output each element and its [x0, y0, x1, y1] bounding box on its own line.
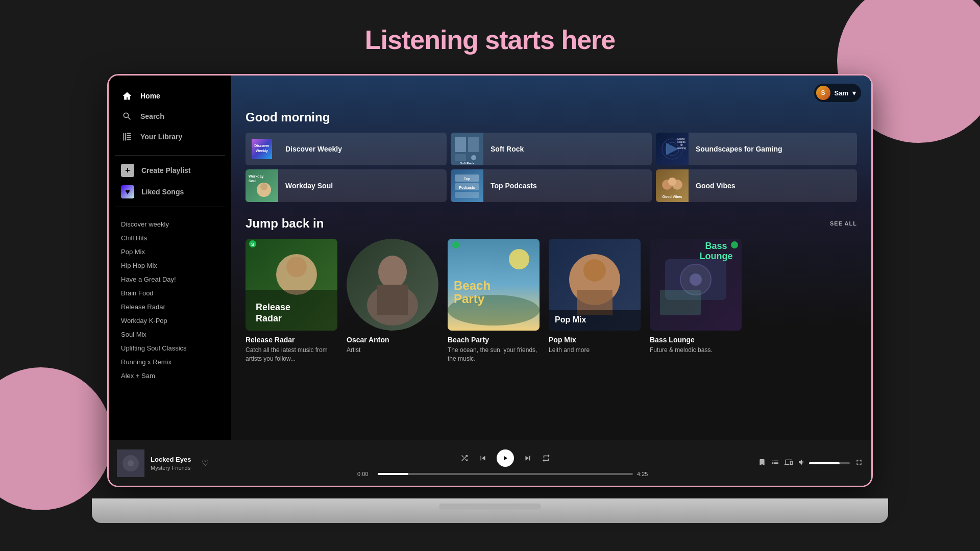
- volume-track[interactable]: [809, 462, 850, 464]
- playlist-item[interactable]: Chill Hits: [115, 231, 225, 245]
- card-beach-party[interactable]: Beach Party Beach Party The ocean, the s…: [448, 239, 540, 363]
- svg-rect-12: [455, 154, 466, 161]
- progress-fill: [378, 473, 408, 475]
- quick-play-good-vibes[interactable]: Good Vibes Good Vibes: [656, 169, 857, 202]
- fullscreen-button[interactable]: [855, 458, 863, 468]
- bass-lounge-subtitle: Future & melodic bass.: [650, 346, 742, 355]
- svg-text:Gaming: Gaming: [677, 146, 686, 149]
- svg-text:Pop Mix: Pop Mix: [555, 315, 586, 324]
- sidebar-divider-2: [115, 207, 225, 207]
- playlist-item[interactable]: Workday K-Pop: [115, 314, 225, 328]
- page-headline: Listening starts here: [365, 24, 615, 55]
- progress-track[interactable]: [378, 473, 633, 475]
- library-icon: [121, 131, 133, 143]
- svg-rect-11: [468, 137, 479, 152]
- oscar-anton-thumb: [347, 239, 438, 331]
- liked-songs-action[interactable]: ♥ Liked Songs: [109, 181, 231, 203]
- card-oscar-anton[interactable]: Oscar Anton Artist: [347, 239, 438, 363]
- home-label: Home: [140, 92, 160, 100]
- queue-button[interactable]: [771, 458, 779, 468]
- playlist-item[interactable]: Running x Remix: [115, 355, 225, 369]
- playlist-item[interactable]: Hip Hop Mix: [115, 259, 225, 272]
- quick-play-top-podcasts[interactable]: Top Podcasts Top Podcasts: [451, 169, 652, 202]
- laptop-container: Home Search: [107, 74, 873, 523]
- spotify-app: Home Search: [109, 76, 871, 486]
- sidebar-item-search[interactable]: Search: [115, 106, 225, 127]
- soft-rock-label: Soft Rock: [483, 145, 531, 153]
- quick-play-grid: Discover Weekly Discover Weekly: [246, 133, 857, 202]
- svg-text:Soul: Soul: [249, 179, 256, 183]
- soft-rock-thumb: Soft Rock: [451, 133, 483, 165]
- beach-party-title: Beach Party: [448, 336, 540, 344]
- cards-row: Release Radar S Release Radar Catch all …: [246, 239, 857, 363]
- card-pop-mix[interactable]: Pop Mix Pop Mix Leith and more: [549, 239, 641, 363]
- player-controls: 0:00 4:25: [260, 449, 751, 477]
- sidebar-item-library[interactable]: Your Library: [115, 127, 225, 147]
- next-button[interactable]: [523, 454, 532, 463]
- laptop-base: [92, 498, 888, 523]
- sidebar-divider-1: [115, 155, 225, 156]
- volume-container: [798, 458, 850, 468]
- user-button[interactable]: S Sam ▾: [814, 84, 861, 102]
- now-playing-button[interactable]: [758, 458, 766, 468]
- shuffle-button[interactable]: [460, 454, 469, 463]
- see-all-button[interactable]: SEE ALL: [830, 220, 857, 227]
- release-radar-thumb: Release Radar S: [246, 239, 337, 331]
- playlist-item[interactable]: Alex + Sam: [115, 369, 225, 383]
- svg-rect-68: [660, 290, 701, 315]
- quick-play-soundscapes[interactable]: Sound- scapes for Gaming Soundscapes for…: [656, 133, 857, 165]
- playlist-item[interactable]: Release Radar: [115, 300, 225, 314]
- oscar-anton-title: Oscar Anton: [347, 336, 438, 344]
- quick-play-soft-rock[interactable]: Soft Rock Soft Rock: [451, 133, 652, 165]
- playlist-item[interactable]: Have a Great Day!: [115, 272, 225, 286]
- svg-text:Beach: Beach: [454, 279, 491, 292]
- svg-point-71: [731, 241, 738, 248]
- devices-button[interactable]: [785, 458, 793, 468]
- playlist-item[interactable]: Uplifting Soul Classics: [115, 341, 225, 355]
- playlist-item[interactable]: Discover weekly: [115, 217, 225, 231]
- progress-bar-container: 0:00 4:25: [357, 471, 653, 477]
- playlist-item[interactable]: Soul Mix: [115, 328, 225, 341]
- heart-icon: ♥: [121, 185, 134, 198]
- svg-text:Lounge: Lounge: [700, 251, 733, 261]
- top-podcasts-label: Top Podcasts: [483, 182, 544, 190]
- svg-point-37: [668, 178, 676, 186]
- player-bar: Locked Eyes Mystery Friends ♡: [109, 440, 871, 486]
- volume-fill: [809, 462, 840, 464]
- soundscapes-art: Sound- scapes for Gaming: [656, 133, 689, 165]
- like-button[interactable]: ♡: [202, 458, 209, 468]
- svg-text:Party: Party: [454, 292, 485, 306]
- track-name: Locked Eyes: [151, 456, 191, 463]
- jump-back-in-header: Jump back in SEE ALL: [246, 216, 857, 231]
- good-vibes-thumb: Good Vibes: [656, 169, 689, 202]
- card-release-radar[interactable]: Release Radar S Release Radar Catch all …: [246, 239, 337, 363]
- svg-point-74: [128, 460, 134, 466]
- time-current: 0:00: [357, 471, 374, 477]
- previous-button[interactable]: [478, 454, 487, 463]
- svg-point-27: [260, 183, 267, 190]
- card-bass-lounge[interactable]: Bass Lounge Bass Lounge Future & melodic…: [650, 239, 742, 363]
- liked-songs-label: Liked Songs: [141, 188, 184, 196]
- user-name: Sam: [835, 89, 848, 97]
- playlist-item[interactable]: Brain Food: [115, 286, 225, 300]
- svg-point-54: [509, 249, 529, 269]
- play-pause-button[interactable]: [497, 449, 514, 467]
- good-vibes-label: Good Vibes: [689, 182, 743, 190]
- workday-soul-label: Workday Soul: [278, 182, 340, 190]
- svg-text:Top: Top: [464, 177, 470, 181]
- pop-mix-title: Pop Mix: [549, 336, 641, 344]
- discover-weekly-label: Discover Weekly: [278, 145, 349, 153]
- create-playlist-action[interactable]: + Create Playlist: [109, 160, 231, 181]
- player-buttons: [460, 449, 551, 467]
- quick-play-workday-soul[interactable]: Workday Soul Workday Soul: [246, 169, 447, 202]
- main-content: S Sam ▾ Good morning: [231, 76, 871, 440]
- quick-play-discover-weekly[interactable]: Discover Weekly Discover Weekly: [246, 133, 447, 165]
- sidebar-item-home[interactable]: Home: [115, 86, 225, 106]
- svg-text:Radar: Radar: [256, 313, 282, 323]
- repeat-button[interactable]: [542, 454, 551, 463]
- volume-icon-button[interactable]: [798, 458, 806, 468]
- beach-party-subtitle: The ocean, the sun, your friends, the mu…: [448, 346, 540, 363]
- svg-rect-10: [455, 137, 466, 152]
- chevron-down-icon: ▾: [852, 89, 856, 97]
- playlist-item[interactable]: Pop Mix: [115, 245, 225, 259]
